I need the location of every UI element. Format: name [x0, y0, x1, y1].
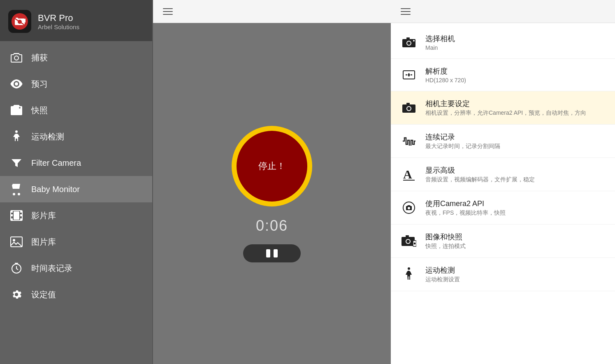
sidebar-item-label-capture: 捕获 [31, 52, 48, 63]
camera-solid-icon [401, 34, 417, 51]
settings-title-image-photo: 图像和快照 [425, 232, 466, 242]
film-icon [10, 209, 23, 222]
right-menu-button[interactable] [397, 5, 414, 18]
sidebar-item-settings[interactable]: 设定值 [0, 281, 152, 308]
settings-subtitle-display: 音频设置，视频编解码器，文件扩展，稳定 [425, 176, 535, 183]
right-panel: 选择相机 Main 解析度 HD(1280 x 720) [391, 0, 615, 364]
sidebar-nav: 捕获 预习 快照 [0, 41, 152, 364]
sidebar-item-label-motion: 运动检测 [31, 131, 64, 142]
walk2-icon [401, 266, 417, 283]
record-button-inner[interactable]: 停止！ [237, 131, 307, 202]
settings-title-camera-main: 相机主要设定 [425, 99, 586, 109]
middle-panel: 停止！ 0:06 [152, 0, 391, 364]
settings-text-display: 显示高级 音频设置，视频编解码器，文件扩展，稳定 [425, 165, 535, 183]
settings-item-motion-detect[interactable]: 运动检测 运动检测设置 [391, 258, 615, 291]
eye-icon [10, 77, 23, 90]
app-developer: Arbel Solutions [38, 23, 79, 30]
svg-rect-14 [20, 211, 22, 213]
sidebar-item-timelapse[interactable]: 时间表记录 [0, 255, 152, 281]
right-hamburger-line-3 [401, 14, 411, 15]
motion-icon [10, 130, 23, 143]
svg-point-42 [408, 267, 410, 270]
sidebar-item-motion[interactable]: 运动检测 [0, 123, 152, 150]
middle-toolbar [153, 0, 391, 23]
app-info: BVR Pro Arbel Solutions [38, 13, 79, 30]
svg-rect-31 [406, 103, 410, 104]
svg-rect-24 [406, 37, 410, 39]
stroller-icon [10, 183, 23, 196]
record-button-outer[interactable]: 停止！ [232, 126, 312, 206]
settings-text-camera-main: 相机主要设定 相机设置，分辨率，允许Camera2 API，预览，自动对焦，方向 [425, 99, 586, 117]
sidebar-item-label-photos: 图片库 [31, 236, 56, 248]
svg-point-35 [408, 207, 410, 209]
camera-photo-icon [401, 233, 417, 249]
camera-circle-icon [401, 199, 417, 216]
record-button-container: 停止！ [231, 125, 313, 207]
pause-bar-right [274, 249, 278, 257]
text-a-icon: A [401, 166, 417, 183]
right-toolbar [391, 0, 615, 23]
settings-title-motion-detect: 运动检测 [425, 265, 460, 275]
sidebar-item-photos[interactable]: 图片库 [0, 229, 152, 255]
sidebar-item-label-timelapse: 时间表记录 [31, 263, 72, 274]
settings-item-camera-main[interactable]: 相机主要设定 相机设置，分辨率，允许Camera2 API，预览，自动对焦，方向 [391, 91, 615, 125]
svg-rect-17 [14, 211, 19, 220]
svg-rect-13 [11, 218, 13, 220]
settings-subtitle-camera2: 夜视，FPS，视频比特率，快照 [425, 209, 506, 217]
settings-item-continuous[interactable]: 连续记录 最大记录时间，记录分割间隔 [391, 125, 615, 158]
settings-item-display[interactable]: A 显示高级 音频设置，视频编解码器，文件扩展，稳定 [391, 158, 615, 191]
gear-icon [10, 288, 23, 301]
svg-point-41 [413, 242, 416, 245]
snapshot-icon [10, 104, 23, 117]
settings-text-camera-select: 选择相机 Main [425, 34, 455, 51]
camera-icon [10, 51, 23, 64]
svg-point-19 [13, 239, 15, 241]
sidebar-item-gallery[interactable]: 影片库 [0, 202, 152, 229]
sidebar-item-label-settings: 设定值 [31, 289, 56, 300]
camera-settings-icon [401, 100, 417, 116]
settings-subtitle-continuous: 最大记录时间，记录分割间隔 [425, 143, 500, 150]
settings-text-motion-detect: 运动检测 运动检测设置 [425, 265, 460, 283]
settings-title-camera-select: 选择相机 [425, 34, 455, 44]
settings-title-camera2: 使用Camera2 API [425, 199, 506, 209]
app-logo [8, 10, 31, 33]
sidebar-item-filter[interactable]: Filter Camera [0, 150, 152, 176]
stop-label: 停止！ [258, 160, 285, 172]
waveform-icon [401, 133, 417, 149]
right-hamburger-line-1 [401, 8, 411, 9]
svg-point-9 [13, 184, 14, 185]
settings-list: 选择相机 Main 解析度 HD(1280 x 720) [391, 23, 615, 364]
image-icon [10, 235, 23, 248]
svg-point-5 [19, 107, 21, 109]
clock-icon [10, 262, 23, 275]
svg-point-23 [407, 42, 411, 45]
pause-bar-left [266, 249, 270, 257]
settings-item-image-photo[interactable]: 图像和快照 快照，连拍模式 [391, 225, 615, 258]
svg-rect-39 [406, 235, 409, 237]
settings-subtitle-image-photo: 快照，连拍模式 [425, 243, 466, 250]
middle-menu-button[interactable] [160, 5, 176, 18]
settings-text-resolution: 解析度 HD(1280 x 720) [425, 66, 466, 83]
sidebar-item-baby[interactable]: Baby Monitor [0, 176, 152, 202]
hamburger-line-2 [163, 11, 173, 12]
settings-item-camera2[interactable]: 使用Camera2 API 夜视，FPS，视频比特率，快照 [391, 191, 615, 225]
svg-point-8 [18, 193, 20, 195]
resolution-icon [401, 67, 417, 83]
settings-item-resolution[interactable]: 解析度 HD(1280 x 720) [391, 59, 615, 91]
pause-button[interactable] [243, 244, 301, 262]
filter-icon [10, 156, 23, 169]
settings-text-image-photo: 图像和快照 快照，连拍模式 [425, 232, 466, 250]
svg-point-25 [413, 40, 415, 42]
settings-item-camera-select[interactable]: 选择相机 Main [391, 26, 615, 59]
sidebar-item-snapshot[interactable]: 快照 [0, 97, 152, 123]
settings-subtitle-motion-detect: 运动检测设置 [425, 276, 460, 283]
right-hamburger-line-2 [401, 11, 411, 12]
hamburger-line-3 [163, 14, 173, 15]
svg-point-27 [408, 74, 410, 76]
sidebar-item-preview[interactable]: 预习 [0, 71, 152, 97]
sidebar-item-label-snapshot: 快照 [31, 105, 48, 116]
timer-display: 0:06 [256, 217, 288, 234]
settings-subtitle-camera-main: 相机设置，分辨率，允许Camera2 API，预览，自动对焦，方向 [425, 109, 586, 117]
sidebar-header: BVR Pro Arbel Solutions [0, 0, 152, 41]
sidebar-item-capture[interactable]: 捕获 [0, 44, 152, 71]
